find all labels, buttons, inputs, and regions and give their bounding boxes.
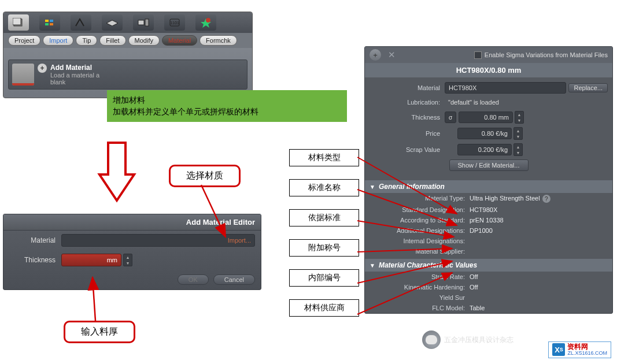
- wechat-icon: [422, 330, 441, 349]
- svg-rect-1: [13, 18, 21, 25]
- add-material-button[interactable]: + Add Material Load a material a blank: [8, 60, 247, 90]
- lubrication-value: "default" is loaded: [445, 97, 608, 107]
- cancel-button[interactable]: Cancel: [213, 274, 255, 285]
- cv-flc-value: Table: [470, 304, 485, 311]
- panel-form: Material HCT980X Replace... Lubrication:…: [365, 77, 612, 178]
- stepper-down-icon[interactable]: ▼: [124, 260, 132, 266]
- price-label: Price: [370, 130, 445, 137]
- panel-thickness-value[interactable]: 0.80 mm: [459, 112, 513, 123]
- toolbar-icon-4[interactable]: [102, 14, 123, 31]
- select-material-callout: 选择材质: [169, 165, 241, 187]
- label-std-name: 标准名称: [289, 179, 359, 196]
- caret-down-icon-2: ▼: [370, 262, 375, 269]
- material-field-label: Material: [370, 84, 445, 91]
- tab-import[interactable]: Import: [43, 35, 73, 46]
- general-info-header[interactable]: ▼ General Information: [365, 180, 612, 193]
- wechat-overlay: 五金冲压模具设计杂志: [422, 330, 513, 349]
- svg-point-12: [206, 18, 210, 23]
- toolbar-icon-6[interactable]: 1101: [164, 14, 185, 31]
- ok-button[interactable]: OK: [178, 274, 209, 285]
- enable-sigma-checkbox[interactable]: [474, 51, 482, 59]
- toolbar-icon-7[interactable]: [195, 14, 216, 31]
- tab-row: Project Import Tip Fillet Modify Materia…: [3, 33, 252, 48]
- panel-header: + ✕ Enable Sigma Variations from Materia…: [365, 47, 612, 63]
- toolbar-icon-1[interactable]: [8, 14, 29, 31]
- price-stepper[interactable]: ▲▼: [513, 127, 523, 140]
- thickness-input[interactable]: mm: [61, 254, 121, 266]
- thickness-row: Thickness mm ▲ ▼: [3, 250, 261, 270]
- gi-supplier-label: Material Supplier:: [370, 248, 470, 255]
- green-callout: 增加材料 加载材料并定义单个单元或拼焊板的材料: [107, 90, 347, 122]
- cv-flc-label: FLC Model:: [370, 304, 470, 311]
- panel-title: HCT980X/0.80 mm: [365, 63, 612, 77]
- add-material-sub1: Load a material a: [50, 72, 99, 79]
- svg-rect-2: [45, 20, 49, 22]
- thickness-label: Thickness: [9, 256, 61, 264]
- main-toolbar: 1101 Project Import Tip Fillet Modify Ma…: [3, 12, 253, 98]
- material-row: Material Import...: [3, 231, 261, 250]
- cv-kin-value: Off: [470, 284, 478, 291]
- wechat-text: 五金冲压模具设计杂志: [444, 335, 513, 345]
- close-icon[interactable]: ✕: [386, 49, 397, 61]
- toolbar-icon-2[interactable]: [39, 14, 60, 31]
- lubrication-label: Lubrication:: [370, 99, 445, 106]
- editor-title: Add Material Editor: [3, 214, 261, 231]
- panel-thickness-label: Thickness: [370, 114, 445, 121]
- panel-thickness-stepper[interactable]: ▲▼: [515, 111, 524, 124]
- green-line2: 加载材料并定义单个单元或拼焊板的材料: [113, 106, 341, 118]
- tab-modify[interactable]: Modify: [128, 35, 160, 46]
- svg-rect-7: [138, 20, 144, 25]
- thickness-link-icon[interactable]: σ: [445, 112, 456, 123]
- big-arrow-down: [98, 142, 135, 196]
- gi-additional-label: Additional Designations:: [370, 227, 470, 234]
- import-link[interactable]: Import...: [228, 237, 251, 244]
- material-field-value[interactable]: HCT980X: [445, 82, 566, 94]
- enable-sigma-row[interactable]: Enable Sigma Variations from Material Fi…: [474, 51, 608, 59]
- svg-rect-5: [50, 23, 53, 25]
- general-info-title: General Information: [379, 183, 445, 191]
- thickness-stepper[interactable]: ▲ ▼: [123, 254, 132, 266]
- material-properties-panel: + ✕ Enable Sigma Variations from Materia…: [364, 46, 613, 314]
- svg-rect-3: [50, 20, 53, 22]
- replace-button[interactable]: Replace...: [568, 83, 608, 92]
- label-column: 材料类型 标准名称 依据标准 附加称号 内部编号 材料供应商: [289, 149, 359, 317]
- tab-material[interactable]: Material: [162, 35, 197, 46]
- toolbar-icon-row: 1101: [3, 12, 252, 33]
- toolbar-icon-5[interactable]: [133, 14, 154, 31]
- tab-tip[interactable]: Tip: [76, 35, 97, 46]
- gi-material-type-value: Ultra High Strength Steel: [470, 195, 540, 203]
- help-icon[interactable]: ?: [542, 195, 551, 203]
- tab-formchk[interactable]: Formchk: [199, 35, 237, 46]
- green-line1: 增加材料: [113, 95, 341, 106]
- gi-material-type-label: Material Type:: [370, 195, 470, 203]
- characteristic-values-header[interactable]: ▼ Material Characteristic Values: [365, 259, 612, 272]
- toolbar-icon-3[interactable]: [71, 14, 91, 31]
- add-icon[interactable]: +: [370, 49, 381, 61]
- label-material-type: 材料类型: [289, 149, 359, 166]
- scrap-value[interactable]: 0.200 €/kg: [457, 144, 512, 155]
- add-material-thumb: [12, 64, 34, 86]
- thickness-unit: mm: [107, 257, 117, 263]
- tab-project[interactable]: Project: [8, 35, 40, 46]
- scrap-stepper[interactable]: ▲▼: [513, 143, 523, 156]
- ziliao-logo: XS 资料网 ZL.XS1616.COM: [548, 341, 611, 358]
- show-edit-material-button[interactable]: Show / Edit Material...: [449, 159, 529, 171]
- editor-buttons: OK Cancel: [3, 270, 261, 285]
- price-value[interactable]: 0.80 €/kg: [457, 128, 512, 139]
- add-material-sub2: blank: [50, 79, 99, 86]
- plus-icon: +: [38, 64, 47, 73]
- gi-internal-label: Internal Designations:: [370, 237, 470, 244]
- scrap-label: Scrap Value: [370, 146, 445, 153]
- add-material-title: Add Material: [50, 64, 99, 72]
- stepper-up-icon[interactable]: ▲: [124, 254, 132, 260]
- input-thickness-callout: 输入料厚: [64, 321, 135, 343]
- gi-according-label: According to Standard:: [370, 217, 470, 224]
- add-material-text: Add Material Load a material a blank: [50, 64, 99, 86]
- svg-marker-6: [106, 20, 118, 26]
- gi-std-designation-value: HCT980X: [470, 206, 497, 213]
- material-import-field[interactable]: Import...: [61, 234, 255, 247]
- label-additional-des: 附加称号: [289, 239, 359, 257]
- cv-strain-label: Strain Rate:: [370, 273, 470, 280]
- tab-fillet[interactable]: Fillet: [99, 35, 125, 46]
- material-label: Material: [9, 236, 61, 244]
